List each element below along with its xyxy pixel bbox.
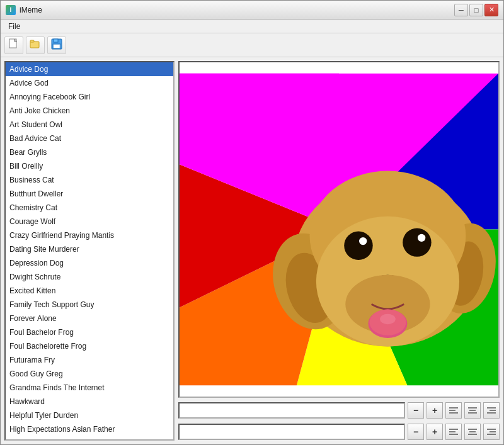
list-item[interactable]: Advice God bbox=[6, 76, 173, 90]
bottom-text-input[interactable] bbox=[178, 424, 405, 440]
list-item[interactable]: Crazy Girlfriend Praying Mantis bbox=[6, 228, 173, 242]
svg-point-23 bbox=[403, 228, 431, 256]
svg-rect-3 bbox=[30, 40, 34, 42]
advice-dog-background bbox=[180, 62, 498, 397]
list-item[interactable]: Hipster Kitty bbox=[6, 436, 173, 439]
list-item[interactable]: Butthurt Dweller bbox=[6, 187, 173, 201]
list-item[interactable]: Chemistry Cat bbox=[6, 201, 173, 215]
save-icon bbox=[51, 38, 62, 52]
top-align-center-button[interactable] bbox=[464, 402, 481, 419]
svg-point-31 bbox=[380, 314, 396, 325]
list-item[interactable]: Helpful Tyler Durden bbox=[6, 408, 173, 422]
list-item[interactable]: High Expectations Asian Father bbox=[6, 422, 173, 436]
list-item[interactable]: Courage Wolf bbox=[6, 215, 173, 228]
list-item[interactable]: Dwight Schrute bbox=[6, 270, 173, 284]
right-panel: − + − + bbox=[178, 61, 500, 441]
window-controls: ─ □ ✕ bbox=[454, 4, 498, 16]
list-item[interactable]: Hawkward bbox=[6, 395, 173, 408]
open-icon bbox=[30, 38, 41, 52]
main-area: Advice DogAdvice GodAnnoying Facebook Gi… bbox=[1, 57, 503, 444]
svg-point-24 bbox=[359, 237, 367, 245]
list-item[interactable]: Good Guy Greg bbox=[6, 367, 173, 381]
top-size-decrease-button[interactable]: − bbox=[408, 402, 424, 419]
meme-display bbox=[178, 61, 500, 398]
minimize-button[interactable]: ─ bbox=[454, 4, 468, 16]
menubar: File bbox=[1, 20, 503, 33]
new-button[interactable] bbox=[4, 37, 23, 54]
close-button[interactable]: ✕ bbox=[484, 4, 498, 16]
list-item[interactable]: Family Tech Support Guy bbox=[6, 298, 173, 312]
app-window: i iMeme ─ □ ✕ File bbox=[0, 0, 504, 445]
list-item[interactable]: Art Student Owl bbox=[6, 118, 173, 132]
list-item[interactable]: Depression Dog bbox=[6, 256, 173, 270]
titlebar: i iMeme ─ □ ✕ bbox=[1, 1, 503, 20]
list-item[interactable]: Advice Dog bbox=[6, 62, 173, 76]
bottom-align-center-button[interactable] bbox=[464, 424, 481, 440]
toolbar bbox=[1, 33, 503, 57]
list-item[interactable]: Forever Alone bbox=[6, 312, 173, 325]
list-item[interactable]: Foul Bachelorette Frog bbox=[6, 339, 173, 353]
list-item[interactable]: Futurama Fry bbox=[6, 353, 173, 367]
top-text-row: − + bbox=[178, 402, 500, 419]
list-item[interactable]: Bear Grylls bbox=[6, 145, 173, 159]
svg-point-25 bbox=[418, 234, 425, 242]
top-size-increase-button[interactable]: + bbox=[427, 402, 443, 419]
bottom-align-left-button[interactable] bbox=[445, 424, 462, 440]
menu-file[interactable]: File bbox=[3, 21, 25, 32]
meme-list[interactable]: Advice DogAdvice GodAnnoying Facebook Gi… bbox=[6, 62, 173, 439]
maximize-button[interactable]: □ bbox=[469, 4, 483, 16]
list-item[interactable]: Foul Bachelor Frog bbox=[6, 325, 173, 339]
svg-point-22 bbox=[344, 232, 372, 260]
list-item[interactable]: Bill Oreilly bbox=[6, 159, 173, 173]
list-item[interactable]: Dating Site Murderer bbox=[6, 242, 173, 256]
bottom-align-right-button[interactable] bbox=[483, 424, 500, 440]
list-item[interactable]: Grandma Finds The Internet bbox=[6, 381, 173, 395]
top-align-right-button[interactable] bbox=[483, 402, 500, 419]
svg-rect-7 bbox=[54, 45, 59, 48]
list-item[interactable]: Business Cat bbox=[6, 173, 173, 187]
list-item[interactable]: Bad Advice Cat bbox=[6, 132, 173, 145]
top-align-left-button[interactable] bbox=[445, 402, 462, 419]
svg-rect-5 bbox=[54, 39, 58, 42]
meme-list-panel: Advice DogAdvice GodAnnoying Facebook Gi… bbox=[4, 61, 175, 441]
bottom-size-decrease-button[interactable]: − bbox=[408, 424, 424, 440]
list-item[interactable]: Anti Joke Chicken bbox=[6, 104, 173, 118]
new-icon bbox=[8, 38, 20, 52]
bottom-size-increase-button[interactable]: + bbox=[427, 424, 443, 440]
app-icon: i bbox=[6, 5, 16, 15]
open-button[interactable] bbox=[26, 37, 45, 54]
window-title: iMeme bbox=[20, 6, 454, 14]
top-text-input[interactable] bbox=[178, 402, 405, 419]
save-button[interactable] bbox=[47, 37, 66, 54]
bottom-text-row: − + bbox=[178, 423, 500, 441]
list-item[interactable]: Annoying Facebook Girl bbox=[6, 90, 173, 104]
list-item[interactable]: Excited Kitten bbox=[6, 284, 173, 298]
